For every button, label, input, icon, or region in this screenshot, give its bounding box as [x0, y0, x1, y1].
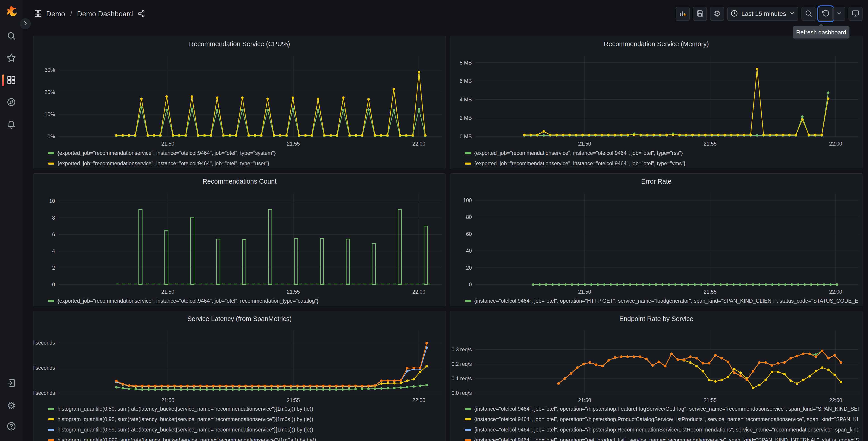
legend-label: {exported_job="recommendationservice", i…: [474, 160, 685, 167]
dashboard-settings-gear-icon: ⚙: [713, 10, 721, 18]
bell-icon: [6, 120, 16, 130]
svg-text:21:50: 21:50: [578, 397, 591, 403]
legend-item[interactable]: {exported_job="recommendationservice", i…: [48, 297, 319, 304]
cpu-chart[interactable]: 0%10%20%30%21:5021:5522:00: [33, 36, 446, 169]
sidebar-item-sign-in[interactable]: [0, 375, 23, 392]
svg-text:60: 60: [466, 231, 472, 237]
svg-text:2 MB: 2 MB: [460, 115, 472, 121]
svg-text:20%: 20%: [44, 89, 55, 95]
refresh-interval-dropdown[interactable]: [833, 7, 845, 21]
legend-label: {exported_job="recommendationservice", i…: [58, 298, 319, 304]
panel-endpoint-rate: Endpoint Rate by Service0.0 req/s0.1 req…: [450, 311, 863, 441]
legend-item[interactable]: {instance="otelcol:9464", job="otel", op…: [465, 405, 859, 412]
svg-text:200 milliseconds: 200 milliseconds: [33, 365, 55, 371]
legend-item[interactable]: {instance="otelcol:9464", job="otel", op…: [465, 426, 859, 433]
error-rate-chart[interactable]: 02040608010021:5021:5522:00: [450, 174, 863, 306]
dashboard-settings-button[interactable]: ⚙: [710, 7, 724, 21]
svg-text:2: 2: [52, 265, 55, 271]
time-range-picker[interactable]: Last 15 minutes: [727, 7, 798, 21]
sidebar-item-help[interactable]: [0, 419, 23, 435]
sidebar: ⚙: [0, 0, 23, 441]
legend-item[interactable]: histogram_quantile(0.99, sum(rate(latenc…: [48, 426, 313, 433]
legend-item[interactable]: {instance="otelcol:9464", job="otel", op…: [465, 437, 859, 441]
page-title[interactable]: Demo Dashboard: [77, 10, 133, 18]
legend-label: {exported_job="recommendationservice", i…: [58, 160, 269, 167]
add-panel-button[interactable]: [676, 7, 690, 21]
sidebar-item-configuration[interactable]: ⚙: [0, 397, 23, 414]
legend-label: {exported_job="recommendationservice", i…: [58, 150, 276, 156]
search-icon: [6, 31, 16, 41]
svg-text:0 MB: 0 MB: [460, 134, 472, 140]
sidebar-item-search[interactable]: [0, 28, 23, 45]
star-icon: [6, 53, 16, 64]
legend-item[interactable]: {exported_job="recommendationservice", i…: [465, 149, 683, 157]
svg-text:40: 40: [466, 248, 472, 254]
sidebar-item-dashboards[interactable]: [0, 72, 23, 89]
panel-service-latency: Service Latency (from SpanMetrics)0 mill…: [33, 311, 446, 441]
svg-text:8: 8: [52, 215, 55, 221]
legend-swatch: [48, 408, 54, 410]
legend-label: histogram_quantile(0.95, sum(rate(latenc…: [58, 416, 313, 422]
legend-swatch: [465, 163, 471, 165]
tooltip-text: Refresh dashboard: [796, 29, 846, 36]
add-panel-icon: [679, 9, 686, 18]
zoom-out-button[interactable]: [802, 7, 815, 21]
sign-in-icon: [6, 378, 16, 389]
sidebar-item-explore[interactable]: [0, 94, 23, 111]
legend-swatch: [48, 152, 54, 154]
sidebar-item-alerting[interactable]: [0, 117, 23, 133]
legend-swatch: [48, 300, 54, 302]
save-dashboard-button[interactable]: [693, 7, 707, 21]
dashboard-toolbar: ⚙ Last 15 minutes: [676, 7, 863, 21]
refresh-interval-caret-icon: [836, 10, 842, 17]
sidebar-expand-button[interactable]: [20, 18, 31, 29]
active-indicator: [2, 75, 4, 86]
share-icon[interactable]: [137, 9, 145, 19]
panel-error-rate: Error Rate02040608010021:5021:5522:00{in…: [450, 173, 863, 306]
tooltip-arrow: [818, 24, 824, 26]
legend-item[interactable]: {instance="otelcol:9464", job="otel", op…: [465, 416, 859, 423]
svg-text:21:50: 21:50: [578, 289, 591, 295]
legend-swatch: [465, 300, 471, 302]
svg-text:21:55: 21:55: [287, 141, 300, 147]
svg-text:0: 0: [52, 282, 55, 288]
breadcrumb: Demo / Demo Dashboard: [34, 7, 145, 21]
breadcrumb-folder[interactable]: Demo: [46, 10, 65, 18]
svg-text:21:50: 21:50: [578, 141, 591, 147]
svg-text:8 MB: 8 MB: [460, 60, 472, 66]
svg-text:21:55: 21:55: [704, 141, 717, 147]
cycle-view-mode-button[interactable]: [848, 7, 863, 21]
svg-text:22:00: 22:00: [412, 397, 425, 403]
legend-item[interactable]: {exported_job="recommendationservice", i…: [48, 160, 269, 167]
svg-text:22:00: 22:00: [412, 141, 425, 147]
svg-text:10%: 10%: [44, 111, 55, 117]
svg-text:21:50: 21:50: [161, 289, 175, 295]
svg-text:10: 10: [49, 198, 55, 204]
top-bar: Demo / Demo Dashboard ⚙: [23, 0, 868, 28]
legend-item[interactable]: {exported_job="recommendationservice", i…: [48, 149, 276, 157]
legend-label: histogram_quantile(0.99, sum(rate(latenc…: [58, 427, 313, 433]
recommendations-count-chart[interactable]: 024681021:5021:5522:00: [33, 174, 446, 306]
svg-text:0%: 0%: [48, 134, 55, 140]
svg-text:22:00: 22:00: [829, 141, 842, 147]
dashboards-grid-icon: [6, 75, 16, 86]
refresh-button[interactable]: [819, 7, 833, 21]
legend-item[interactable]: {instance="otelcol:9464", job="otel", op…: [465, 297, 859, 304]
gear-icon: ⚙: [7, 400, 16, 411]
svg-text:100: 100: [463, 198, 472, 203]
legend-label: histogram_quantile(0.50, sum(rate(latenc…: [58, 406, 313, 412]
legend-label: {instance="otelcol:9464", job="otel", op…: [474, 416, 859, 422]
grafana-logo[interactable]: [4, 4, 18, 18]
svg-text:0: 0: [469, 282, 472, 288]
legend-item[interactable]: histogram_quantile(0.999, sum(rate(laten…: [48, 437, 316, 441]
legend-item[interactable]: histogram_quantile(0.95, sum(rate(latenc…: [48, 416, 313, 423]
svg-text:6: 6: [52, 232, 55, 237]
time-range-label: Last 15 minutes: [741, 10, 786, 18]
legend-label: {instance="otelcol:9464", job="otel", op…: [474, 437, 859, 441]
legend-item[interactable]: histogram_quantile(0.50, sum(rate(latenc…: [48, 405, 313, 412]
sidebar-item-starred[interactable]: [0, 50, 23, 66]
breadcrumb-separator: /: [70, 10, 72, 18]
help-icon: [6, 421, 16, 432]
legend-item[interactable]: {exported_job="recommendationservice", i…: [465, 160, 685, 167]
memory-chart[interactable]: 0 MB2 MB4 MB6 MB8 MB21:5021:5522:00: [450, 36, 863, 169]
